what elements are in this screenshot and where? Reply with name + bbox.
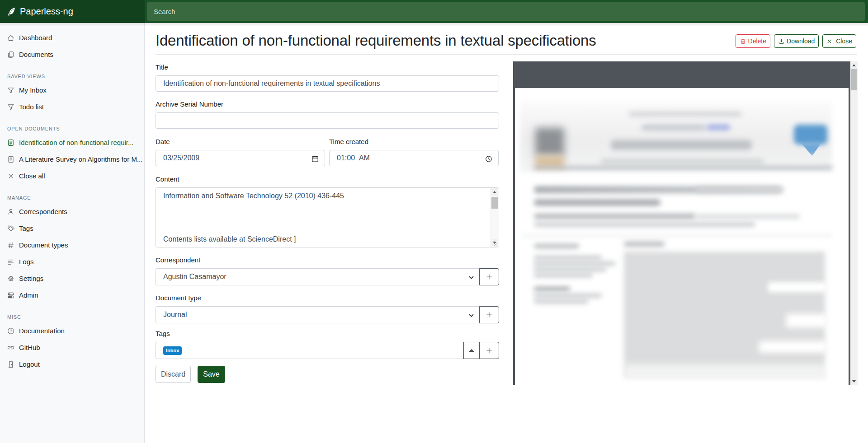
svg-text:?: ? — [10, 329, 12, 333]
